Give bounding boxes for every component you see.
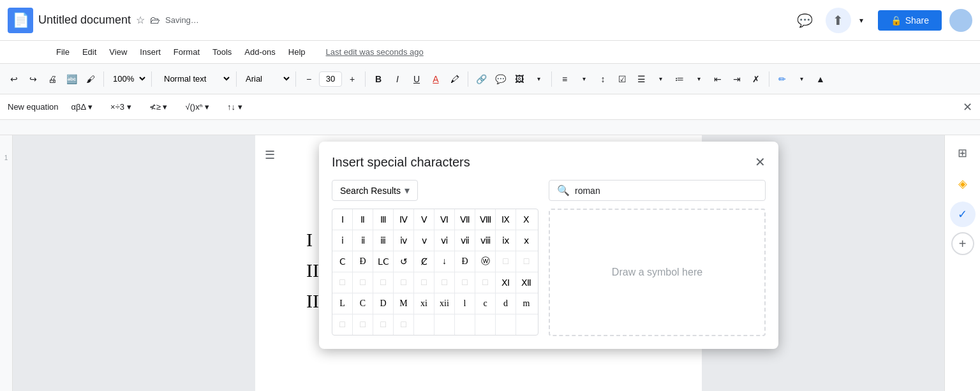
char-e3[interactable]: □ — [373, 314, 394, 335]
bullet-dropdown[interactable]: ▾ — [651, 70, 669, 88]
char-L[interactable]: L — [332, 293, 353, 314]
char-m-lc[interactable]: m — [516, 293, 537, 314]
dialog-close-button[interactable]: ✕ — [755, 154, 766, 170]
char-curve[interactable]: ↺ — [394, 251, 414, 272]
char-X[interactable]: Ⅹ — [516, 209, 537, 230]
char-xi-lc[interactable]: xi — [414, 293, 434, 314]
clear-format[interactable]: ✗ — [747, 70, 765, 88]
char-Cbar[interactable]: Ȼ — [414, 251, 434, 272]
share-button[interactable]: 🔒 Share — [878, 10, 942, 31]
image-button[interactable]: 🖼 — [510, 70, 528, 88]
indent-decrease[interactable]: ⇤ — [709, 70, 727, 88]
char-D[interactable]: D — [373, 293, 394, 314]
menu-help[interactable]: Help — [283, 45, 311, 59]
draw-area[interactable]: Draw a symbol here — [549, 209, 766, 336]
char-i[interactable]: ⅰ — [332, 230, 353, 251]
char-sq5[interactable]: □ — [414, 272, 434, 293]
char-XII[interactable]: Ⅻ — [516, 272, 537, 293]
font-size-input[interactable] — [319, 71, 342, 87]
char-sq6[interactable]: □ — [434, 272, 455, 293]
char-circ[interactable]: ⓦ — [475, 251, 496, 272]
char-VII[interactable]: Ⅶ — [455, 209, 475, 230]
present-button[interactable]: ⬆ — [826, 8, 851, 33]
num-dropdown[interactable]: ▾ — [690, 70, 708, 88]
char-Cd[interactable]: Ⅽ — [332, 251, 353, 272]
menu-tools[interactable]: Tools — [207, 45, 237, 59]
last-edit-status[interactable]: Last edit was seconds ago — [326, 47, 424, 57]
print-button[interactable]: 🖨 — [43, 70, 61, 88]
indent-increase[interactable]: ⇥ — [728, 70, 746, 88]
star-icon[interactable]: ☆ — [136, 14, 145, 26]
comment-insert-button[interactable]: 💬 — [491, 70, 509, 88]
sidebar-tasks-icon[interactable]: ✓ — [950, 202, 976, 227]
bullet-list-button[interactable]: ☰ — [632, 70, 650, 88]
char-XI[interactable]: Ⅺ — [496, 272, 516, 293]
char-sq3[interactable]: □ — [373, 272, 394, 293]
num-list-button[interactable]: ≔ — [671, 70, 688, 88]
char-M[interactable]: M — [394, 293, 414, 314]
font-size-increase[interactable]: + — [343, 70, 361, 88]
eq-functions[interactable]: √()xⁿ ▾ — [180, 101, 214, 113]
char-e1[interactable]: □ — [332, 314, 353, 335]
menu-addons[interactable]: Add-ons — [239, 45, 280, 59]
menu-view[interactable]: View — [104, 45, 132, 59]
image-dropdown[interactable]: ▾ — [530, 70, 547, 88]
eq-arrows[interactable]: ↑↓ ▾ — [222, 101, 248, 113]
bold-button[interactable]: B — [369, 70, 387, 88]
redo-button[interactable]: ↪ — [24, 70, 42, 88]
style-select[interactable]: Normal text — [156, 71, 232, 86]
document-area[interactable]: ☰ I II III| Insert special characters ✕ … — [13, 135, 944, 391]
char-II[interactable]: Ⅱ — [353, 209, 373, 230]
underline-button[interactable]: U — [408, 70, 426, 88]
char-LC[interactable]: ⅬⅭ — [373, 251, 394, 272]
char-D3[interactable]: Ð — [455, 251, 475, 272]
highlight-button[interactable]: 🖍 — [446, 70, 464, 88]
char-e2[interactable]: □ — [353, 314, 373, 335]
search-results-dropdown[interactable]: Search Results ▾ — [332, 180, 418, 201]
char-I[interactable]: Ⅰ — [332, 209, 353, 230]
menu-format[interactable]: Format — [168, 45, 205, 59]
char-sq2[interactable]: □ — [353, 272, 373, 293]
char-sq8[interactable]: □ — [475, 272, 496, 293]
char-vi[interactable]: ⅵ — [434, 230, 455, 251]
char-iv[interactable]: ⅳ — [394, 230, 414, 251]
char-l-lc[interactable]: l — [455, 293, 475, 314]
sidebar-add-button[interactable]: + — [951, 232, 974, 255]
italic-button[interactable]: I — [389, 70, 406, 88]
char-sq1[interactable]: □ — [332, 272, 353, 293]
text-color-button[interactable]: A — [427, 70, 445, 88]
present-dropdown[interactable]: ▾ — [852, 11, 870, 29]
spell-check-button[interactable]: 🔤 — [63, 70, 80, 88]
outline-icon[interactable]: ☰ — [265, 148, 275, 162]
char-c-lc[interactable]: c — [475, 293, 496, 314]
menu-edit[interactable]: Edit — [77, 45, 101, 59]
char-V[interactable]: Ⅴ — [414, 209, 434, 230]
cloud-icon[interactable]: 🗁 — [150, 15, 160, 26]
char-VI[interactable]: Ⅵ — [434, 209, 455, 230]
link-button[interactable]: 🔗 — [472, 70, 490, 88]
eq-greek[interactable]: αβΔ ▾ — [66, 101, 98, 113]
char-III[interactable]: Ⅲ — [373, 209, 394, 230]
pen-button[interactable]: ✏ — [773, 70, 791, 88]
paint-format-button[interactable]: 🖌 — [82, 70, 100, 88]
char-C[interactable]: C — [353, 293, 373, 314]
char-vii[interactable]: ⅶ — [455, 230, 475, 251]
char-e4[interactable]: □ — [394, 314, 414, 335]
comment-button[interactable]: 💬 — [792, 8, 818, 33]
char-down[interactable]: ↓ — [434, 251, 455, 272]
eq-relations[interactable]: ≮≥ ▾ — [144, 101, 173, 113]
char-ix[interactable]: ⅸ — [496, 230, 516, 251]
char-VIII[interactable]: Ⅷ — [475, 209, 496, 230]
align-dropdown[interactable]: ▾ — [575, 70, 593, 88]
menu-insert[interactable]: Insert — [135, 45, 166, 59]
checklist-button[interactable]: ☑ — [613, 70, 631, 88]
char-empty-1[interactable]: □ — [496, 251, 516, 272]
pen-dropdown[interactable]: ▾ — [792, 70, 810, 88]
char-IX[interactable]: Ⅸ — [496, 209, 516, 230]
char-empty-2[interactable]: □ — [516, 251, 537, 272]
search-input[interactable] — [575, 186, 757, 196]
line-spacing-button[interactable]: ↕ — [594, 70, 612, 88]
undo-button[interactable]: ↩ — [5, 70, 23, 88]
char-xii-lc[interactable]: xii — [434, 293, 455, 314]
equation-close[interactable]: ✕ — [963, 100, 972, 114]
